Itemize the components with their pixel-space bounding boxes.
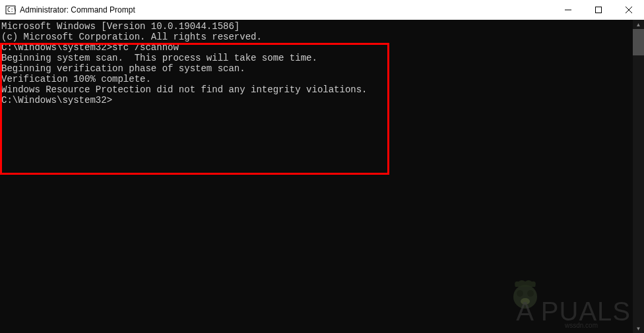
svg-point-6 (513, 285, 537, 309)
prompt-line[interactable]: C:\Windows\system32> (1, 95, 644, 106)
terminal-output[interactable]: Microsoft Windows [Version 10.0.19044.15… (0, 20, 644, 333)
maximize-button[interactable] (583, 0, 614, 20)
svg-rect-3 (596, 7, 602, 13)
svg-point-8 (527, 290, 534, 297)
close-button[interactable] (614, 0, 644, 20)
svg-point-7 (517, 290, 523, 297)
command-prompt-window: C:\ Administrator: Command Prompt Micros… (0, 0, 644, 333)
minimize-button[interactable] (553, 0, 583, 20)
output-line: Microsoft Windows [Version 10.0.19044.15… (1, 21, 644, 32)
output-line: Beginning system scan. This process will… (1, 53, 644, 63)
vertical-scrollbar[interactable]: ▲ ▼ (633, 20, 644, 333)
output-line: (c) Microsoft Corporation. All rights re… (1, 32, 644, 42)
output-line: Beginning verification phase of system s… (1, 63, 644, 74)
app-icon: C:\ (5, 5, 16, 15)
titlebar[interactable]: C:\ Administrator: Command Prompt (0, 0, 644, 20)
output-line: Windows Resource Protection did not find… (1, 84, 644, 95)
watermark-monkey-icon (505, 274, 545, 313)
output-line: Verification 100% complete. (1, 74, 644, 84)
window-controls (553, 0, 644, 20)
watermark-subtext: wssdn.com (565, 322, 598, 329)
svg-text:C:\: C:\ (7, 7, 16, 13)
output-line: C:\Windows\system32>sfc /scannow (1, 42, 644, 53)
svg-point-9 (521, 298, 530, 305)
scroll-up-arrow[interactable]: ▲ (633, 20, 644, 29)
scroll-down-arrow[interactable]: ▼ (633, 324, 644, 333)
window-title: Administrator: Command Prompt (20, 5, 135, 15)
scroll-thumb[interactable] (633, 29, 644, 55)
